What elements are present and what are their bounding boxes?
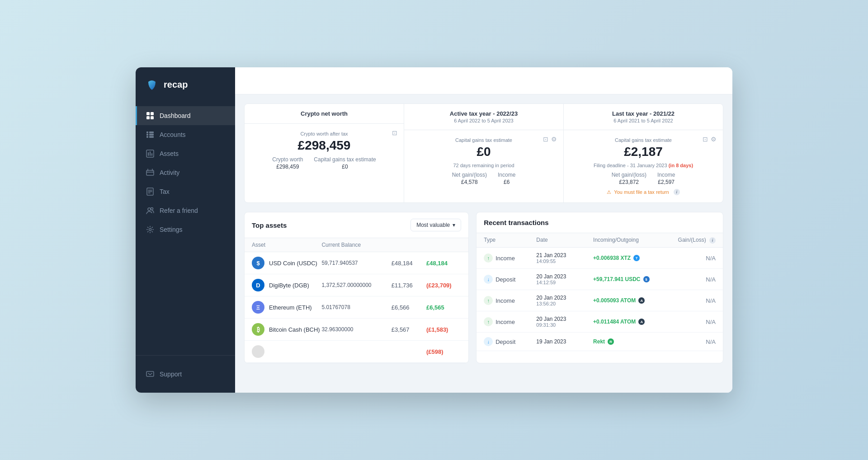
- usdc-balance: 59,717.940537: [321, 260, 391, 266]
- coin-badge-atom-1: A: [638, 297, 645, 304]
- settings-label: Settings: [160, 226, 183, 233]
- cgt-label: Capital gains tax estimate: [314, 156, 376, 163]
- date-main-4: 20 Jan 2023: [536, 316, 593, 322]
- warning-info-icon[interactable]: i: [674, 189, 680, 195]
- asset-name-cell-usdc: $ USD Coin (USDC): [252, 257, 321, 269]
- accounts-icon: [146, 131, 154, 139]
- dgb-gain: (£23,709): [426, 282, 461, 289]
- sidebar-item-settings[interactable]: Settings: [136, 220, 235, 239]
- date-cell-5: 19 Jan 2023: [536, 338, 593, 345]
- table-row: ↑ Income 20 Jan 2023 09:31:30 +0.011484 …: [476, 311, 723, 333]
- filter-label: Most valuable: [416, 222, 450, 228]
- svg-point-25: [149, 229, 151, 231]
- svg-point-23: [148, 208, 151, 211]
- gain-cell-3: N/A: [672, 297, 716, 304]
- main-content: Crypto net worth ⊡ Crypto worth after ta…: [235, 67, 732, 393]
- last-sub-row: Net gain/(loss) £23,872 Income £2,597: [573, 172, 714, 185]
- crypto-worth-value: £298,459: [272, 164, 303, 170]
- table-row: Ξ Ethereum (ETH) 5.01767078 £6,566 £6,56…: [245, 296, 468, 319]
- settings-icon-last[interactable]: ⚙: [711, 136, 717, 143]
- income-icon-3: ↑: [484, 296, 493, 305]
- table-row: ↑ Income 20 Jan 2023 13:56:20 +0.005093 …: [476, 290, 723, 311]
- asset-name-cell-eth: Ξ Ethereum (ETH): [252, 301, 321, 314]
- top-bar: [235, 67, 732, 94]
- usdc-gain: £48,184: [426, 260, 461, 267]
- incoming-col-header: Incoming/Outgoing: [593, 237, 672, 244]
- other-icon: [252, 345, 264, 358]
- last-income-value: £2,597: [657, 179, 675, 185]
- settings-icon-active[interactable]: ⚙: [551, 136, 557, 143]
- top-assets-title: Top assets: [252, 221, 287, 229]
- date-main-2: 20 Jan 2023: [536, 273, 593, 280]
- date-time-4: 09:31:30: [536, 322, 593, 328]
- dgb-icon: D: [252, 279, 264, 291]
- sidebar-item-accounts[interactable]: Accounts: [136, 125, 235, 144]
- incoming-cell-2: +59,717.941 USDC $: [593, 276, 672, 282]
- active-tax-year-body: ⊡ ⚙ Capital gains tax estimate £0 72 day…: [404, 130, 563, 192]
- bch-icon: ₿: [252, 323, 264, 336]
- eth-name: Ethereum (ETH): [269, 304, 312, 311]
- gain-col-header-tx: Gain/(Loss) i: [672, 237, 716, 244]
- top-assets-panel: Top assets Most valuable ▾ Asset Current…: [244, 212, 469, 363]
- sidebar-item-tax[interactable]: Tax: [136, 182, 235, 201]
- copy-icon-active[interactable]: ⊡: [543, 136, 548, 143]
- incoming-value-5: Rekt: [593, 338, 605, 345]
- grid-icon: [146, 112, 154, 120]
- gain-cell-5: N/A: [672, 338, 716, 345]
- type-label-5: Deposit: [495, 338, 515, 345]
- recap-logo-icon: [145, 77, 159, 92]
- svg-rect-2: [151, 112, 154, 115]
- copy-icon-last[interactable]: ⊡: [703, 136, 708, 143]
- last-cgt-label: Capital gains tax estimate: [573, 137, 714, 143]
- dgb-name: DigiByte (DGB): [269, 282, 309, 289]
- crypto-net-worth-title: Crypto net worth: [254, 110, 395, 117]
- transactions-table-header: Type Date Incoming/Outgoing Gain/(Loss) …: [476, 233, 723, 248]
- balance-col-header: Current Balance: [321, 242, 391, 248]
- last-gain-label: Net gain/(loss): [612, 172, 646, 178]
- refer-label: Refer a friend: [160, 207, 198, 214]
- sidebar-item-refer[interactable]: Refer a friend: [136, 201, 235, 220]
- active-tax-year-sub: 6 April 2022 to 5 April 2023: [413, 118, 554, 123]
- gain-info-icon[interactable]: i: [709, 237, 716, 244]
- last-cgt-value: £2,187: [573, 145, 714, 159]
- copy-icon[interactable]: ⊡: [392, 129, 397, 136]
- incoming-cell-1: +0.006938 XTZ T: [593, 255, 672, 261]
- eth-gbp: £6,566: [392, 304, 426, 311]
- svg-rect-5: [146, 131, 148, 133]
- usdc-icon: $: [252, 257, 264, 269]
- date-time-2: 14:12:59: [536, 280, 593, 285]
- svg-rect-9: [149, 134, 154, 136]
- tax-label: Tax: [160, 188, 170, 195]
- svg-point-24: [151, 208, 153, 210]
- bch-gbp: £3,567: [392, 326, 426, 333]
- last-tax-year-card: Last tax year - 2021/22 6 April 2021 to …: [564, 104, 723, 202]
- card-icons-copy: ⊡: [392, 129, 397, 136]
- sidebar-logo: recap: [136, 67, 235, 102]
- date-main-5: 19 Jan 2023: [536, 338, 593, 345]
- sidebar-item-activity[interactable]: Activity: [136, 163, 235, 182]
- coin-badge-atom-2: A: [638, 319, 645, 325]
- sidebar-item-support[interactable]: Support: [136, 365, 235, 384]
- incoming-value-1: +0.006938 XTZ: [593, 255, 631, 261]
- sidebar: recap Dashboard: [136, 67, 235, 393]
- sidebar-item-dashboard[interactable]: Dashboard: [136, 106, 235, 125]
- asset-name-cell-bch: ₿ Bitcoin Cash (BCH): [252, 323, 321, 336]
- crypto-net-worth-header: Crypto net worth: [245, 104, 404, 124]
- svg-rect-26: [146, 371, 154, 376]
- type-label-2: Deposit: [495, 276, 515, 283]
- last-tax-year-header: Last tax year - 2021/22 6 April 2021 to …: [564, 104, 723, 130]
- gain-cell-4: N/A: [672, 319, 716, 325]
- table-row: ↑ Income 21 Jan 2023 14:09:55 +0.006938 …: [476, 248, 723, 269]
- usdc-gbp: £48,184: [392, 260, 426, 267]
- most-valuable-filter[interactable]: Most valuable ▾: [410, 219, 461, 231]
- incoming-value-2: +59,717.941 USDC: [593, 276, 640, 282]
- asset-name-cell-other: [252, 345, 321, 358]
- assets-label: Assets: [160, 150, 179, 157]
- sidebar-item-assets[interactable]: Assets: [136, 144, 235, 163]
- incoming-cell-3: +0.005093 ATOM A: [593, 297, 672, 304]
- crypto-worth-after-tax-label: Crypto worth after tax: [254, 131, 395, 136]
- gain-cell-2: N/A: [672, 276, 716, 283]
- app-window: recap Dashboard: [136, 67, 732, 393]
- content-area: Crypto net worth ⊡ Crypto worth after ta…: [235, 94, 732, 393]
- crypto-net-worth-body: ⊡ Crypto worth after tax £298,459 Crypto…: [245, 124, 404, 177]
